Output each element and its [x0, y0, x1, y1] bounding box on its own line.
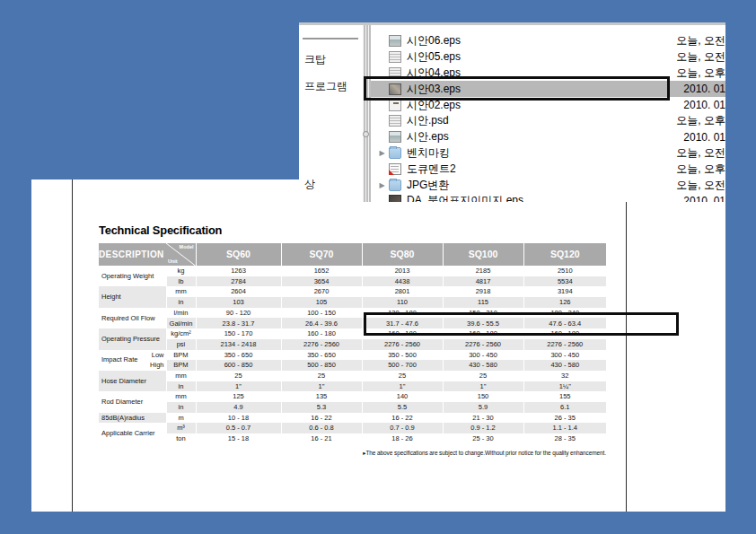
- file-row[interactable]: 시안05.eps오늘, 오전: [371, 49, 725, 66]
- unit-cell: lb: [166, 276, 196, 287]
- value-cell: 600 - 850: [196, 360, 281, 371]
- file-date: 오늘, 오후: [676, 162, 725, 177]
- value-cell: 2784: [196, 276, 281, 287]
- sidebar-item[interactable]: 상: [304, 177, 315, 192]
- unit-cell: ton: [166, 433, 196, 444]
- value-cell: 25: [443, 371, 523, 381]
- value-cell: 115: [443, 297, 523, 308]
- description-header: DESCRIPTION: [99, 243, 166, 266]
- unit-cell: mm: [166, 391, 196, 402]
- file-name: 시안05.eps: [407, 49, 461, 65]
- table-row: psi2134 - 24182276 - 25602276 - 25602276…: [99, 339, 606, 350]
- file-list: 시안06.eps오늘, 오전시안05.eps오늘, 오전시안04.eps오늘, …: [371, 33, 725, 202]
- value-cell: 3194: [523, 286, 606, 297]
- table-row: BPM600 - 850500 - 850500 - 700430 - 5804…: [99, 360, 606, 371]
- table-row: ton15 - 1816 - 2118 - 2625 - 3028 - 35: [99, 433, 606, 444]
- finder-window: 크탑프로그램상 시안06.eps오늘, 오전시안05.eps오늘, 오전시안04…: [299, 22, 725, 202]
- value-cell: 2013: [362, 266, 443, 276]
- row-group-label: Operating Pressure: [99, 328, 166, 349]
- unit-cell: in: [166, 297, 196, 308]
- value-cell: 2185: [443, 266, 523, 276]
- desktop-background: Technical Specification DESCRIPTIONModel…: [0, 0, 756, 534]
- file-date: 2010. 01: [683, 99, 725, 111]
- value-cell: 1": [443, 381, 523, 392]
- sidebar-scrollbar[interactable]: [363, 25, 371, 202]
- table-row: in4.95.35.55.96.1: [99, 402, 606, 413]
- file-row[interactable]: ▶JPG변환오늘, 오전: [371, 177, 725, 193]
- file-row[interactable]: 시안06.eps오늘, 오전: [371, 33, 725, 49]
- value-cell: 2604: [196, 286, 281, 297]
- value-cell: 350 - 500: [362, 350, 443, 361]
- value-cell: 26.4 - 39.6: [281, 318, 362, 328]
- annotation-rectangle-oil-flow: [364, 312, 679, 336]
- file-row[interactable]: 시안.eps2010. 01: [371, 129, 725, 145]
- unit-cell: m: [166, 413, 196, 424]
- column-header-sq60: SQ60: [196, 243, 281, 266]
- value-cell: 2918: [443, 286, 523, 297]
- table-row: in103105110115126: [99, 297, 606, 308]
- file-row[interactable]: DA_북어표지이미지.eps2010. 01: [371, 193, 725, 202]
- sublabel-high: High: [150, 360, 163, 371]
- file-name: DA_북어표지이미지.eps: [407, 193, 523, 202]
- sidebar-item[interactable]: 크탑: [304, 52, 326, 67]
- spec-table: DESCRIPTIONModelUnitSQ60SQ70SQ80SQ100SQ1…: [99, 243, 606, 444]
- finder-sidebar: 크탑프로그램상: [299, 25, 363, 202]
- psd-thumbnail-icon: [389, 115, 401, 127]
- unit-cell: in: [166, 381, 196, 392]
- value-cell: 23.8 - 31.7: [196, 318, 281, 328]
- file-date: 2010. 01: [683, 131, 725, 144]
- impact-rate-sublabels: LowHigh: [150, 350, 163, 371]
- value-cell: 2276 - 2560: [281, 339, 362, 350]
- file-row[interactable]: 도큐멘트2오늘, 오후: [371, 161, 725, 177]
- value-cell: 15 - 18: [196, 433, 281, 444]
- table-row: Rod Diametermm125135140150155: [99, 391, 606, 402]
- file-name: 시안.eps: [407, 129, 449, 144]
- document-icon: [389, 163, 401, 175]
- table-row: Heightmm26042670280129183194: [99, 286, 606, 297]
- row-group-label: Rod Diameter: [99, 391, 166, 412]
- value-cell: 1": [362, 381, 443, 392]
- value-cell: 25: [362, 371, 443, 381]
- scrollbar-knob[interactable]: [363, 131, 369, 137]
- disclosure-triangle-icon[interactable]: ▶: [375, 181, 389, 189]
- sidebar-divider: [303, 38, 358, 39]
- value-cell: 430 - 580: [523, 360, 606, 371]
- unit-cell: Gal/min: [166, 318, 196, 328]
- value-cell: 0.9 - 1.2: [443, 423, 523, 433]
- value-cell: 28 - 35: [523, 433, 606, 444]
- file-name: JPG변환: [407, 178, 449, 193]
- model-unit-header: ModelUnit: [166, 243, 196, 266]
- row-group-label: Applicable Carrier: [99, 423, 166, 443]
- column-header-sq80: SQ80: [362, 243, 443, 266]
- value-cell: 32: [523, 371, 606, 381]
- page-edge-line-right: [626, 202, 627, 512]
- value-cell: 1¼": [523, 381, 606, 392]
- value-cell: 5.9: [443, 402, 523, 413]
- value-cell: 150: [443, 391, 523, 402]
- value-cell: 300 - 450: [443, 350, 523, 361]
- table-row: lb27843654443848175534: [99, 276, 606, 287]
- value-cell: 4817: [443, 276, 523, 287]
- unit-cell: psi: [166, 339, 196, 350]
- value-cell: 16 - 22: [281, 413, 362, 424]
- value-cell: 5534: [523, 276, 606, 287]
- value-cell: 3654: [281, 276, 362, 287]
- value-cell: 18 - 26: [362, 433, 443, 444]
- sublabel-low: Low: [150, 350, 163, 361]
- eps-thumbnail-icon: [389, 100, 401, 111]
- file-row[interactable]: 시안.psd오늘, 오후: [371, 113, 725, 129]
- unit-cell: l/min: [166, 308, 196, 319]
- file-row[interactable]: ▶벤치마킹오늘, 오전: [371, 145, 725, 162]
- value-cell: 105: [281, 297, 362, 308]
- unit-cell: kg/cm²: [166, 328, 196, 339]
- eps-thumbnail-icon: [389, 195, 401, 202]
- file-name: 도큐멘트2: [407, 162, 456, 177]
- page-title: Technical Specification: [99, 223, 222, 237]
- value-cell: 0.6 - 0.8: [281, 423, 362, 433]
- disclosure-triangle-icon[interactable]: ▶: [375, 149, 389, 157]
- sidebar-item[interactable]: 프로그램: [304, 79, 347, 94]
- page-margin-line-left: [72, 179, 73, 512]
- file-date: 오늘, 오전: [676, 178, 725, 193]
- file-date: 2010. 01: [683, 83, 725, 95]
- table-footnote: ▸The above specifications are subject to…: [99, 450, 606, 457]
